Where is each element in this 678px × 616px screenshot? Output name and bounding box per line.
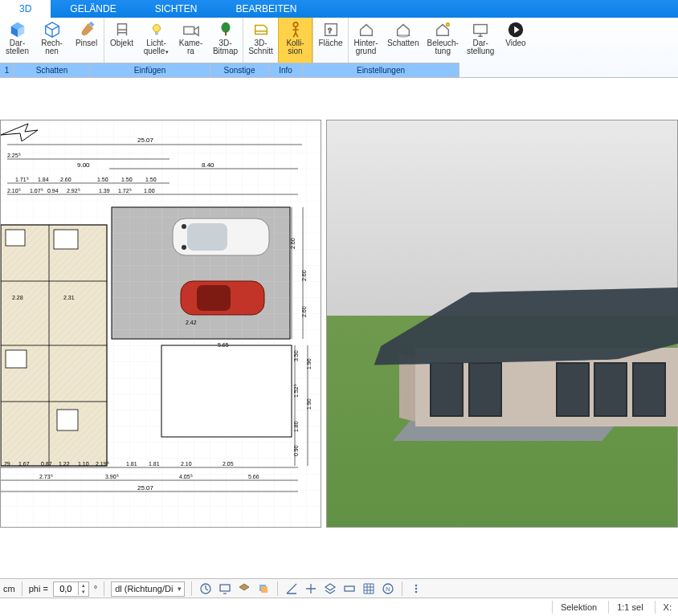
btn-label: 3D- Schnitt [248, 39, 273, 55]
svg-text:9.00: 9.00 [77, 161, 90, 169]
svg-text:1.81: 1.81 [126, 461, 137, 467]
svg-rect-101 [261, 586, 268, 593]
btn-beleuchtung[interactable]: Beleuch- tung [423, 18, 462, 63]
svg-text:2.60: 2.60 [301, 306, 307, 317]
btn-label: Rech- nen [41, 39, 63, 55]
svg-rect-61 [197, 285, 231, 311]
section-icon [252, 21, 270, 39]
btn-kollision[interactable]: Kolli- sion [278, 18, 312, 63]
svg-rect-6 [155, 32, 158, 35]
svg-text:2.10⁵: 2.10⁵ [7, 188, 21, 194]
svg-text:0.94: 0.94 [47, 188, 59, 194]
play-icon [507, 21, 525, 39]
svg-text:2.60: 2.60 [60, 177, 71, 182]
btn-lichtquelle[interactable]: Licht- quelle▾ [139, 18, 174, 63]
svg-rect-7 [183, 27, 194, 34]
tab-edit[interactable]: BEARBEITEN [216, 0, 316, 18]
svg-point-106 [415, 585, 418, 587]
svg-text:25.07: 25.07 [137, 137, 154, 144]
status-bar: Selektion 1:1 sel X: [0, 598, 678, 616]
btn-hintergrund[interactable]: Hinter- grund [349, 18, 383, 63]
layers-icon[interactable] [323, 581, 337, 596]
status-selektion: Selektion [552, 601, 597, 614]
svg-text:1.96: 1.96 [306, 358, 312, 369]
btn-3dschnitt[interactable]: 3D- Schnitt [243, 18, 278, 63]
svg-point-58 [182, 224, 186, 229]
svg-rect-9 [225, 31, 227, 36]
spin-up[interactable]: ▲ [79, 582, 88, 589]
clock-icon[interactable] [198, 581, 213, 596]
svg-text:0.87: 0.87 [41, 461, 52, 467]
grp-sonstige: Sonstige [210, 63, 269, 77]
n-circle-icon[interactable]: N [381, 581, 395, 596]
tab-views[interactable]: SICHTEN [136, 0, 217, 18]
svg-text:5.65: 5.65 [218, 342, 229, 348]
plane-icon[interactable] [342, 581, 357, 596]
svg-text:1.67: 1.67 [18, 461, 30, 467]
svg-marker-3 [45, 22, 59, 30]
btn-pinsel[interactable]: Pinsel [69, 18, 104, 63]
snap1-icon[interactable] [304, 581, 318, 596]
bottom-toolbar: cm phi = ▲▼ ° dl (Richtung/Di N [0, 578, 678, 598]
svg-point-10 [293, 22, 298, 27]
svg-text:1.90: 1.90 [306, 398, 312, 410]
svg-text:1.50: 1.50 [97, 177, 108, 182]
svg-text:1.52⁵: 1.52⁵ [293, 384, 299, 398]
btn-label: Kolli- sion [286, 39, 304, 55]
grid-icon[interactable] [361, 581, 376, 596]
svg-rect-98 [220, 585, 230, 591]
btn-label: Dar- stellung [467, 39, 494, 55]
stack-icon[interactable] [256, 581, 271, 596]
lightbulb-icon [148, 21, 165, 39]
phi-value[interactable] [54, 583, 78, 594]
pane-floorplan[interactable]: 25.07 9.00 8.40 2.25⁵ 1.71⁵1.842.60 1.50… [0, 120, 321, 528]
svg-rect-51 [57, 410, 78, 430]
ribbon: Dar- stellen Rech- nen Pinsel Objekt [0, 18, 678, 78]
unit-label: cm [3, 584, 15, 594]
tab-terrain[interactable]: GELÄNDE [51, 0, 135, 18]
svg-rect-49 [54, 230, 78, 249]
svg-point-59 [182, 245, 186, 250]
btn-3dbitmap[interactable]: 3D- Bitmap [208, 18, 243, 63]
svg-text:2.19⁵: 2.19⁵ [96, 461, 109, 467]
direction-select[interactable]: dl (Richtung/Di [111, 581, 185, 597]
phi-input[interactable]: ▲▼ [53, 581, 89, 597]
grp-info: Info [269, 63, 303, 77]
svg-text:1.71⁵: 1.71⁵ [15, 177, 29, 182]
svg-point-108 [415, 591, 418, 594]
btn-objekt[interactable]: Objekt [104, 18, 139, 63]
btn-video[interactable]: Video [498, 18, 533, 63]
btn-label: Schatten [387, 39, 419, 47]
screen-icon[interactable] [218, 581, 232, 596]
btn-kamera[interactable]: Kame- ra [174, 18, 208, 63]
svg-text:2.25⁵: 2.25⁵ [7, 153, 21, 158]
btn-label: Licht- quelle▾ [144, 39, 170, 56]
spin-down[interactable]: ▼ [79, 589, 88, 595]
person-icon [287, 21, 304, 39]
svg-rect-68 [161, 345, 292, 437]
svg-text:2.28: 2.28 [12, 295, 23, 300]
tab-3d[interactable]: 3D [0, 0, 51, 18]
tree-icon [217, 21, 235, 39]
svg-text:2.10: 2.10 [181, 461, 192, 467]
btn-darstellen[interactable]: Dar- stellen [0, 18, 35, 63]
svg-text:2.60: 2.60 [301, 270, 307, 281]
cube-shaded-icon [9, 21, 27, 39]
layers2-icon[interactable] [237, 581, 251, 596]
svg-point-5 [153, 25, 160, 32]
angle-icon[interactable] [284, 581, 299, 596]
btn-label: Objekt [110, 39, 133, 47]
btn-schatten-settings[interactable]: Schatten [383, 18, 423, 63]
btn-flaeche[interactable]: ? Fläche [313, 18, 348, 63]
more-icon[interactable] [409, 581, 423, 596]
btn-label: Dar- stellen [6, 39, 29, 55]
btn-darstellung[interactable]: Dar- stellung [463, 18, 498, 63]
svg-text:1.07⁵: 1.07⁵ [30, 188, 43, 194]
pane-3dview[interactable] [326, 120, 678, 528]
btn-rechnen[interactable]: Rech- nen [35, 18, 69, 63]
svg-text:5.66: 5.66 [248, 474, 259, 479]
house-shadow-icon [394, 21, 412, 39]
house-light-icon [434, 21, 451, 39]
svg-text:25.07: 25.07 [137, 484, 154, 492]
svg-point-13 [398, 35, 408, 38]
